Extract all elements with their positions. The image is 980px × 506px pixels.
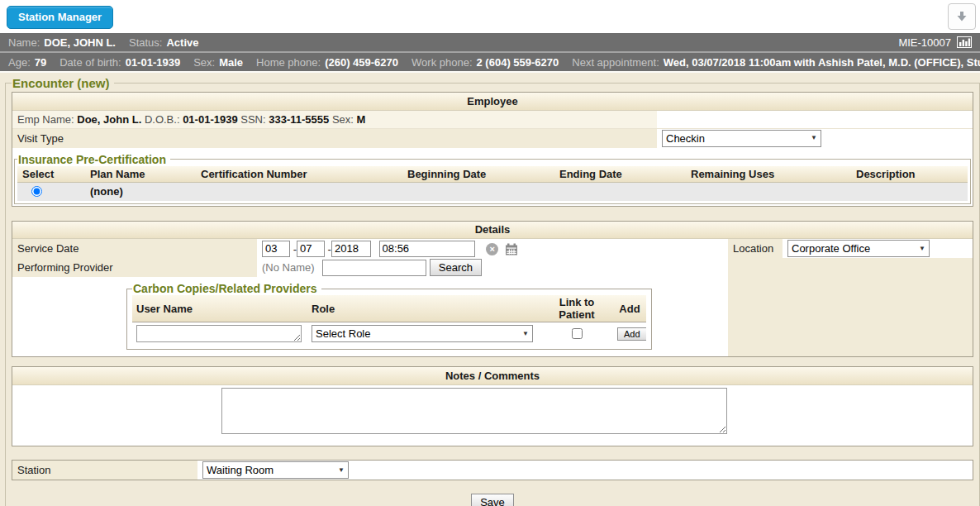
employee-table: Employee Emp Name: Doe, John L. D.O.B.: … bbox=[12, 93, 973, 148]
age-value: 79 bbox=[35, 56, 46, 69]
col-add: Add bbox=[613, 295, 646, 322]
insurance-header-row: Select Plan Name Certification Number Be… bbox=[17, 166, 968, 183]
patient-name: DOE, JOHN L. bbox=[44, 36, 116, 49]
save-bar: Save bbox=[12, 494, 973, 506]
dob-label: Date of birth: bbox=[59, 56, 121, 69]
chart-icon[interactable] bbox=[957, 36, 972, 48]
demographics-bar: Age: 79 Date of birth: 01-01-1939 Sex: M… bbox=[0, 53, 980, 71]
details-right-filler bbox=[728, 258, 973, 277]
details-panel: Details Service Date - - × Location bbox=[12, 221, 973, 358]
download-button[interactable] bbox=[948, 3, 976, 30]
patient-name-bar: Name: DOE, JOHN L. Status: Active MIE-10… bbox=[0, 33, 980, 51]
download-icon bbox=[955, 10, 968, 23]
station-select[interactable]: Waiting Room bbox=[202, 461, 349, 479]
service-date-label: Service Date bbox=[12, 239, 257, 259]
service-date-month-input[interactable] bbox=[262, 241, 290, 257]
sex-label: Sex: bbox=[193, 56, 215, 69]
plan-name-none: (none) bbox=[85, 183, 196, 201]
save-button[interactable]: Save bbox=[471, 494, 514, 506]
next-appt-label: Next appointment: bbox=[572, 56, 659, 69]
performing-provider-label: Performing Provider bbox=[12, 258, 257, 277]
notes-panel: Notes / Comments bbox=[12, 366, 973, 446]
service-time-input[interactable] bbox=[379, 241, 475, 257]
visit-type-cell: Checkin ▼ bbox=[657, 128, 973, 148]
cc-role-select[interactable]: Select Role bbox=[312, 325, 533, 342]
bar-separator bbox=[0, 71, 980, 73]
emp-dob-value: 01-01-1939 bbox=[183, 113, 238, 126]
col-remaining-uses: Remaining Uses bbox=[686, 166, 851, 183]
work-phone-value: 2 (604) 559-6270 bbox=[477, 56, 559, 69]
station-panel: Station Waiting Room ▼ bbox=[12, 460, 973, 480]
insurance-table: Select Plan Name Certification Number Be… bbox=[17, 166, 968, 201]
emp-name-label: Emp Name: bbox=[17, 113, 74, 126]
visit-type-select[interactable]: Checkin bbox=[662, 130, 821, 147]
cc-link-to-patient-checkbox[interactable] bbox=[572, 328, 583, 339]
encounter-fieldset: Encounter (new) Employee Emp Name: Doe, … bbox=[5, 76, 980, 506]
station-table: Station Waiting Room ▼ bbox=[12, 461, 973, 480]
employee-info: Emp Name: Doe, John L. D.O.B.: 01-01-193… bbox=[12, 110, 657, 128]
col-select: Select bbox=[17, 166, 85, 183]
insurance-fieldset: Insurance Pre-Certification Select Plan … bbox=[14, 153, 971, 204]
emp-sex-value: M bbox=[357, 113, 366, 126]
col-description: Description bbox=[851, 166, 968, 183]
next-appt-value: Wed, 03/07/2018 11:00am with Ashish Pate… bbox=[664, 56, 980, 69]
carbon-copies-header-row: User Name Role Link to Patient Add bbox=[132, 295, 646, 322]
col-begin-date: Beginning Date bbox=[402, 166, 554, 183]
col-cert-number: Certification Number bbox=[196, 166, 402, 183]
carbon-copies-fieldset: Carbon Copies/Related Providers User Nam… bbox=[126, 282, 652, 350]
emp-sex-label: Sex: bbox=[332, 113, 354, 126]
details-header: Details bbox=[12, 222, 973, 239]
top-bar: Station Manager bbox=[0, 0, 980, 33]
service-date-day-input[interactable] bbox=[297, 241, 325, 257]
provider-search-input[interactable] bbox=[322, 260, 426, 276]
location-cell: Corporate Office ▼ bbox=[783, 239, 973, 259]
notes-textarea[interactable] bbox=[221, 388, 727, 434]
cc-add-button[interactable]: Add bbox=[617, 327, 646, 341]
cc-user-name-input[interactable] bbox=[136, 325, 302, 342]
location-label: Location bbox=[728, 239, 783, 259]
insurance-row-none: (none) bbox=[17, 183, 968, 201]
insurance-legend: Insurance Pre-Certification bbox=[17, 153, 170, 166]
service-date-cell: - - × bbox=[257, 239, 728, 259]
patient-id: MIE-10007 bbox=[898, 36, 951, 49]
encounter-legend: Encounter (new) bbox=[12, 76, 114, 90]
employee-info-spacer bbox=[657, 110, 973, 128]
employee-header: Employee bbox=[12, 93, 973, 110]
clear-date-icon[interactable]: × bbox=[486, 243, 498, 255]
emp-dob-label: D.O.B.: bbox=[145, 113, 180, 126]
age-label: Age: bbox=[8, 56, 31, 69]
visit-type-label: Visit Type bbox=[12, 128, 657, 148]
col-user-name: User Name bbox=[132, 295, 307, 322]
home-phone-value: (260) 459-6270 bbox=[325, 56, 398, 69]
col-link-to-patient: Link to Patient bbox=[540, 295, 613, 322]
col-end-date: Ending Date bbox=[554, 166, 686, 183]
no-name-text: (No Name) bbox=[262, 261, 315, 274]
service-date-year-input[interactable] bbox=[331, 241, 371, 257]
status-value: Active bbox=[166, 36, 198, 49]
precert-none-radio[interactable] bbox=[31, 186, 42, 197]
station-label: Station bbox=[12, 461, 197, 480]
station-manager-tab[interactable]: Station Manager bbox=[7, 6, 113, 29]
calendar-icon[interactable] bbox=[505, 243, 518, 255]
carbon-copies-legend: Carbon Copies/Related Providers bbox=[132, 282, 321, 295]
emp-name-value: Doe, John L. bbox=[77, 113, 141, 126]
carbon-copies-input-row: Select Role ▼ Add bbox=[132, 322, 646, 345]
details-table: Details Service Date - - × Location bbox=[12, 222, 973, 357]
location-select[interactable]: Corporate Office bbox=[787, 240, 930, 257]
emp-ssn-value: 333-11-5555 bbox=[269, 113, 329, 126]
emp-ssn-label: SSN: bbox=[240, 113, 265, 126]
status-label: Status: bbox=[129, 36, 162, 49]
work-phone-label: Work phone: bbox=[412, 56, 472, 69]
carbon-copies-cell: Carbon Copies/Related Providers User Nam… bbox=[12, 277, 728, 356]
home-phone-label: Home phone: bbox=[256, 56, 321, 69]
col-plan-name: Plan Name bbox=[85, 166, 196, 183]
col-role: Role bbox=[307, 295, 540, 322]
notes-header: Notes / Comments bbox=[12, 367, 973, 384]
performing-provider-cell: (No Name) Search bbox=[257, 258, 728, 277]
provider-search-button[interactable]: Search bbox=[430, 259, 482, 276]
name-label: Name: bbox=[8, 36, 40, 49]
sex-value: Male bbox=[219, 56, 243, 69]
notes-cell bbox=[12, 384, 973, 446]
details-right-filler bbox=[728, 277, 973, 356]
dob-value: 01-01-1939 bbox=[126, 56, 181, 69]
